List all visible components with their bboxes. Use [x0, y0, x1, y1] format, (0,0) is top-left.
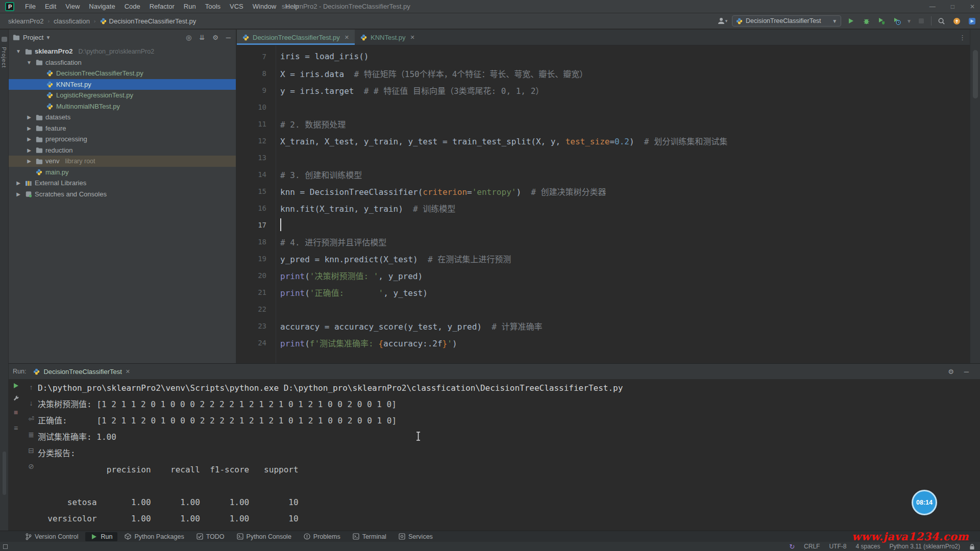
status-item-4-spaces[interactable]: 4 spaces [855, 543, 880, 550]
scroll-to-end-icon[interactable]: ≣ [28, 430, 34, 440]
line-number[interactable]: 11 [237, 120, 266, 128]
restore-layout-icon[interactable]: ≡ [14, 423, 18, 433]
line-number[interactable]: 12 [237, 137, 266, 145]
project-panel-title[interactable]: Project [23, 34, 43, 41]
breadcrumb-item[interactable]: sklearnPro2 [8, 17, 43, 25]
close-icon[interactable]: ✕ [126, 368, 130, 375]
settings-gear-icon[interactable]: ⚙ [948, 368, 954, 375]
code-line-8[interactable]: 8X = iris.data # 特征矩阵（150个样本，4个特征：萼长、萼宽、… [237, 65, 970, 82]
code-line-7[interactable]: 7iris = load_iris() [237, 48, 970, 65]
code-line-10[interactable]: 10 [237, 98, 970, 115]
hide-panel-icon[interactable]: ─ [964, 368, 969, 375]
tree-item-external-libraries[interactable]: ▶External Libraries [9, 178, 236, 189]
project-stripe-icon[interactable] [2, 37, 7, 42]
line-number[interactable]: 21 [237, 288, 266, 296]
code-line-12[interactable]: 12X_train, X_test, y_train, y_test = tra… [237, 132, 970, 149]
tree-item-classfication[interactable]: ▼classfication [9, 57, 236, 68]
code-line-11[interactable]: 11# 2. 数据预处理 [237, 115, 970, 132]
stop-icon[interactable]: ■ [14, 407, 18, 417]
tree-item-datasets[interactable]: ▶datasets [9, 112, 236, 123]
edit-configuration-icon[interactable] [13, 395, 19, 402]
chevron-down-icon[interactable]: ▼ [906, 18, 912, 24]
run-configuration-select[interactable]: DecisionTreeClassifierTest ▼ [732, 15, 841, 27]
tree-item-knntest-py[interactable]: KNNTest.py [9, 79, 236, 90]
line-number[interactable]: 20 [237, 271, 266, 280]
tree-item-sklearnpro2[interactable]: ▼sklearnPro2D:\python_pro\sklearnPro2 [9, 46, 236, 57]
tree-item-preprocessing[interactable]: ▶preprocessing [9, 134, 236, 145]
editor-scrollbar[interactable] [973, 50, 978, 98]
code-line-15[interactable]: 15knn = DecisionTreeClassifier(criterion… [237, 183, 970, 199]
toolwindow-version-control[interactable]: Version Control [20, 532, 83, 541]
status-left-icon[interactable] [3, 544, 8, 549]
line-number[interactable]: 18 [237, 238, 266, 246]
line-number[interactable]: 14 [237, 170, 266, 179]
settings-gear-icon[interactable]: ⚙ [212, 34, 218, 41]
arrow-up-icon[interactable]: ↑ [30, 382, 33, 392]
lock-icon[interactable] [969, 543, 975, 550]
tree-item-multinomialnbtest-py[interactable]: MultinomialNBTest.py [9, 101, 236, 112]
tree-item-logisticregressiontest-py[interactable]: LogisticRegressionTest.py [9, 90, 236, 101]
console-output[interactable]: D:\python_pro\sklearnPro2\venv\Scripts\p… [38, 380, 975, 531]
tree-item-main-py[interactable]: main.py [9, 167, 236, 178]
print-icon[interactable]: ⊟ [28, 445, 34, 456]
code-line-9[interactable]: 9y = iris.target # # 特征值 目标向量（3类鸢尾花: 0, … [237, 82, 970, 98]
line-number[interactable]: 23 [237, 322, 266, 330]
plugin-icon[interactable] [966, 15, 977, 27]
menu-vcs[interactable]: VCS [225, 3, 248, 10]
tree-item-decisiontreeclassifiertest-py[interactable]: DecisionTreeClassifierTest.py [9, 68, 236, 79]
chevron-down-icon[interactable]: ▼ [45, 35, 51, 40]
menu-edit[interactable]: Edit [40, 3, 61, 10]
line-number[interactable]: 19 [237, 255, 266, 263]
tree-item-scratches-and-consoles[interactable]: ▶Scratches and Consoles [9, 189, 236, 200]
code-line-17[interactable]: 17 [237, 216, 970, 233]
toolwindow-python-console[interactable]: Python Console [232, 532, 297, 541]
collapse-all-icon[interactable]: ⇊ [199, 34, 205, 41]
close-icon[interactable]: ✕ [410, 34, 415, 41]
close-button[interactable]: ✕ [970, 3, 975, 10]
code-line-18[interactable]: 18# 4. 进行预测并且评估模型 [237, 233, 970, 250]
maximize-button[interactable]: □ [951, 3, 954, 10]
status-item-utf-8[interactable]: UTF-8 [829, 543, 846, 550]
code-line-14[interactable]: 14# 3. 创建和训练模型 [237, 166, 970, 183]
menu-refactor[interactable]: Refactor [145, 3, 179, 10]
line-number[interactable]: 24 [237, 339, 266, 347]
line-number[interactable]: 10 [237, 103, 266, 111]
toolwindow-run[interactable]: Run [85, 532, 117, 541]
line-number[interactable]: 17 [237, 221, 266, 229]
menu-tools[interactable]: Tools [201, 3, 225, 10]
menu-file[interactable]: File [20, 3, 40, 10]
project-stripe-label[interactable]: Project [1, 47, 7, 68]
tab-knntest-py[interactable]: KNNTest.py✕ [355, 30, 421, 45]
locate-file-icon[interactable]: ◎ [186, 34, 191, 41]
sync-icon[interactable]: ↻ [789, 543, 795, 550]
code-line-22[interactable]: 22 [237, 300, 970, 317]
rerun-button[interactable] [12, 382, 19, 389]
breadcrumb-item[interactable]: DecisionTreeClassifierTest.py [100, 17, 197, 25]
toolwindow-problems[interactable]: Problems [299, 532, 346, 541]
updates-icon[interactable] [951, 15, 962, 27]
hide-panel-icon[interactable]: ─ [226, 34, 231, 41]
status-item-python-3-11-sklearnpro2-[interactable]: Python 3.11 (sklearnPro2) [889, 543, 960, 550]
code-line-13[interactable]: 13 [237, 149, 970, 166]
menu-window[interactable]: Window [248, 3, 281, 10]
line-number[interactable]: 7 [237, 53, 266, 61]
editor[interactable]: DecisionTreeClassifierTest.py✕KNNTest.py… [237, 30, 970, 363]
more-tabs-icon[interactable]: ⋮ [959, 34, 970, 41]
toolwindow-services[interactable]: Services [394, 532, 438, 541]
line-number[interactable]: 22 [237, 305, 266, 313]
close-icon[interactable]: ✕ [345, 34, 349, 41]
menu-code[interactable]: Code [120, 3, 145, 10]
tree-item-feature[interactable]: ▶feature [9, 123, 236, 134]
code-with-me-user-icon[interactable]: ▾ [717, 15, 728, 27]
minimize-button[interactable]: — [929, 3, 936, 10]
code-line-24[interactable]: 24print(f'测试集准确率: {accuracy:.2f}') [237, 334, 970, 351]
toolwindow-python-packages[interactable]: Python Packages [119, 532, 189, 541]
run-tab[interactable]: DecisionTreeClassifierTest ✕ [33, 368, 130, 375]
stop-button[interactable] [916, 15, 927, 27]
menu-navigate[interactable]: Navigate [84, 3, 119, 10]
arrow-down-icon[interactable]: ↓ [30, 398, 33, 408]
menu-view[interactable]: View [61, 3, 84, 10]
run-button[interactable] [845, 15, 856, 27]
clear-all-icon[interactable]: ⊘ [28, 461, 34, 471]
tree-item-venv[interactable]: ▶venvlibrary root [9, 156, 236, 167]
